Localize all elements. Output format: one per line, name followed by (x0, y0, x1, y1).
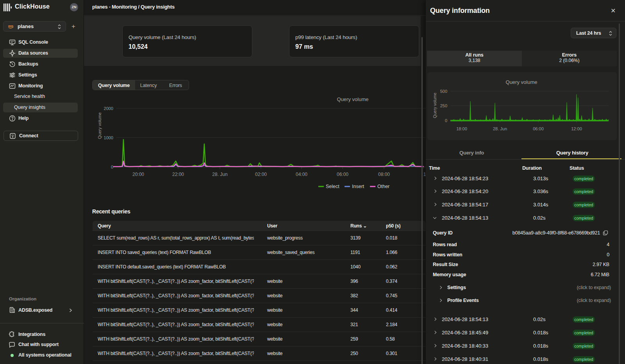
svg-text:28. Jun: 28. Jun (212, 172, 227, 177)
svg-text:06:00: 06:00 (533, 126, 544, 131)
svg-text:06:00: 06:00 (337, 172, 348, 177)
svg-text:04:00: 04:00 (296, 172, 307, 177)
svg-text:02:00: 02:00 (255, 172, 267, 177)
svg-text:08:00: 08:00 (378, 172, 390, 177)
svg-text:Query volume: Query volume (506, 79, 538, 85)
svg-text:250: 250 (440, 103, 447, 108)
svg-text:Query volume: Query volume (97, 112, 102, 139)
svg-text:Other: Other (377, 184, 389, 189)
svg-text:0: 0 (445, 118, 447, 123)
svg-text:aws: aws (8, 25, 13, 27)
svg-text:28. Jun: 28. Jun (493, 126, 507, 131)
svg-text:Query volume: Query volume (337, 96, 369, 102)
svg-text:2000: 2000 (104, 106, 113, 111)
svg-text:22:00: 22:00 (172, 172, 184, 177)
svg-text:1000: 1000 (104, 135, 113, 140)
svg-text:500: 500 (440, 89, 447, 94)
svg-text:Select: Select (326, 184, 339, 189)
svg-text:Query volume: Query volume (432, 92, 437, 118)
svg-text:18:00: 18:00 (456, 126, 467, 131)
svg-text:20:00: 20:00 (132, 172, 144, 177)
svg-text:0: 0 (111, 165, 113, 169)
svg-text:Insert: Insert (352, 184, 364, 189)
svg-text:12:00: 12:00 (571, 126, 582, 131)
